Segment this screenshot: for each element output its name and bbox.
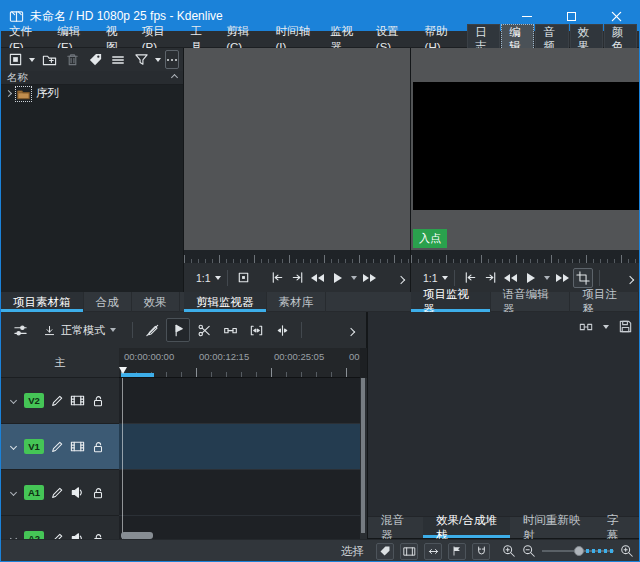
project-monitor-ruler[interactable]	[411, 250, 639, 263]
play-button-project[interactable]	[521, 268, 541, 288]
track-header-a1[interactable]: A1	[1, 470, 119, 516]
bin-overflow-button[interactable]	[165, 50, 179, 69]
playhead-marker[interactable]	[119, 367, 127, 374]
tab-project-monitor[interactable]: 项目监视器	[411, 292, 491, 312]
show-comments-toggle[interactable]	[448, 543, 466, 560]
track-lane-v1[interactable]	[119, 424, 360, 470]
view-options-button[interactable]	[108, 50, 128, 70]
track-lane-a1[interactable]	[119, 470, 360, 516]
tab-effects[interactable]: 效果	[132, 292, 180, 312]
clip-monitor-ruler[interactable]	[184, 250, 410, 263]
effect-stack-caret-icon[interactable]	[603, 325, 609, 329]
track-header-a2[interactable]: A2	[1, 516, 119, 539]
lock-track-icon[interactable]	[91, 440, 105, 454]
set-zone-in-button[interactable]	[268, 268, 288, 288]
add-clip-caret-icon[interactable]	[29, 58, 35, 62]
set-zone-out-button[interactable]	[288, 268, 308, 288]
add-clip-button[interactable]	[5, 50, 25, 70]
collapse-chevron-icon[interactable]	[10, 443, 17, 450]
collapse-chevron-icon[interactable]	[10, 397, 17, 404]
show-video-film-icon[interactable]	[70, 439, 85, 454]
lock-track-icon[interactable]	[91, 394, 105, 408]
timeline-zoom-slider[interactable]	[542, 545, 614, 557]
edit-track-pencil-icon[interactable]	[50, 486, 64, 500]
project-transport-overflow-button[interactable]	[627, 269, 633, 287]
tab-project-notes[interactable]: 项目注释	[570, 292, 639, 312]
selection-tool-button[interactable]	[166, 318, 190, 342]
show-audio-speaker-icon[interactable]	[70, 531, 85, 539]
scrollbar-thumb[interactable]	[361, 378, 365, 533]
zoom-fit-button[interactable]	[502, 544, 516, 558]
track-header-v1[interactable]: V1	[1, 424, 119, 470]
rewind-button-project[interactable]	[501, 268, 521, 288]
split-compare-button[interactable]	[578, 320, 594, 334]
tab-subtitles[interactable]: 字幕	[594, 517, 639, 538]
tab-compositions[interactable]: 合成	[84, 292, 132, 312]
forward-button[interactable]	[360, 268, 380, 288]
delete-button[interactable]	[62, 50, 82, 70]
project-zoom-caret-icon[interactable]	[442, 276, 448, 280]
timeline-horizontal-scrollbar[interactable]	[121, 532, 153, 539]
bin-name-column-header[interactable]: 名称	[1, 71, 183, 85]
zoom-out-button[interactable]	[522, 544, 536, 558]
tab-clip-monitor[interactable]: 剪辑监视器	[184, 292, 267, 312]
tab-speech-editor[interactable]: 语音编辑器	[491, 292, 571, 312]
track-lane-v2[interactable]	[119, 378, 360, 424]
tab-mixer[interactable]: 混音器	[368, 517, 423, 538]
clip-monitor-zoom-level[interactable]: 1:1	[196, 272, 211, 284]
track-badge-v2[interactable]: V2	[24, 393, 44, 408]
track-header-v2[interactable]: V2	[1, 378, 119, 424]
show-markers-toggle[interactable]	[376, 543, 394, 560]
master-track-button[interactable]: 主	[1, 348, 119, 378]
clip-transport-overflow-button[interactable]	[398, 269, 404, 287]
timeline-ruler[interactable]: 00:00:00:00 00:00:12:15 00:00:25:05 00:0…	[119, 348, 360, 378]
create-folder-button[interactable]	[39, 50, 59, 70]
audio-thumbnails-toggle[interactable]	[424, 543, 442, 560]
edit-track-pencil-icon[interactable]	[50, 394, 64, 408]
timeline-settings-button[interactable]	[8, 318, 32, 342]
edit-track-pencil-icon[interactable]	[50, 440, 64, 454]
lock-track-icon[interactable]	[91, 532, 105, 540]
track-compositing-button[interactable]	[140, 318, 164, 342]
lock-track-icon[interactable]	[91, 486, 105, 500]
forward-button-project[interactable]	[553, 268, 573, 288]
timeline-tracks-area[interactable]	[119, 378, 360, 539]
edit-mode-dropdown[interactable]: 正常模式	[36, 319, 123, 341]
add-marker-button[interactable]	[234, 268, 254, 288]
collapse-chevron-icon[interactable]	[10, 489, 17, 496]
edit-track-pencil-icon[interactable]	[50, 532, 64, 540]
tab-time-remap[interactable]: 时间重新映射	[510, 517, 594, 538]
rewind-button[interactable]	[308, 268, 328, 288]
track-badge-v1[interactable]: V1	[24, 439, 44, 454]
tab-effect-stack[interactable]: 效果/合成堆栈	[423, 517, 510, 538]
timeline-toolbar-overflow-button[interactable]	[348, 321, 354, 339]
razor-tool-button[interactable]	[192, 318, 216, 342]
insert-zone-button[interactable]	[244, 318, 268, 342]
tab-library[interactable]: 素材库	[267, 292, 327, 312]
track-badge-a2[interactable]: A2	[24, 531, 44, 539]
filter-button[interactable]	[131, 50, 151, 70]
zoom-in-button[interactable]	[620, 544, 634, 558]
bin-item-sequence[interactable]: 序列	[1, 85, 183, 102]
expander-chevron-icon[interactable]	[5, 90, 12, 97]
snap-toggle[interactable]	[472, 543, 490, 560]
track-lane-a2[interactable]	[119, 516, 360, 539]
track-badge-a1[interactable]: A1	[24, 485, 44, 500]
tag-button[interactable]	[85, 50, 105, 70]
show-audio-speaker-icon[interactable]	[70, 485, 85, 500]
spacer-tool-button[interactable]	[218, 318, 242, 342]
play-options-caret-icon[interactable]	[544, 276, 550, 280]
project-monitor-zoom-level[interactable]: 1:1	[423, 272, 438, 284]
project-monitor-video-display[interactable]	[413, 82, 639, 210]
video-thumbnails-toggle[interactable]	[400, 543, 418, 560]
zone-crop-toggle-button[interactable]	[573, 268, 593, 288]
show-video-film-icon[interactable]	[70, 393, 85, 408]
set-zone-out-button-project[interactable]	[481, 268, 501, 288]
slider-handle[interactable]	[574, 546, 584, 556]
save-effect-stack-button[interactable]	[618, 319, 633, 334]
clip-zoom-caret-icon[interactable]	[215, 276, 221, 280]
play-button[interactable]	[328, 268, 348, 288]
filter-caret-icon[interactable]	[155, 58, 161, 62]
mix-clips-button[interactable]	[270, 318, 294, 342]
play-options-caret-icon[interactable]	[351, 276, 357, 280]
